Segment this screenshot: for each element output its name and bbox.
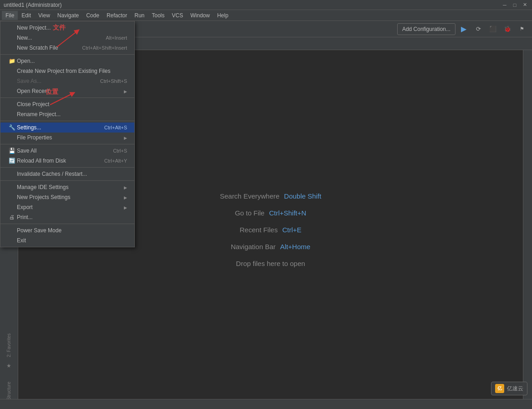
watermark-text: 亿速云: [507, 385, 523, 393]
menubar: File Edit View Navigate Code Refactor Ru…: [0, 10, 532, 21]
separator-6: [0, 180, 134, 181]
toolbar-btn-8[interactable]: ⚑: [516, 23, 528, 36]
hint-text-2: Go to File: [235, 209, 265, 217]
menu-new-projects-settings[interactable]: New Projects Settings: [0, 192, 134, 202]
hint-shortcut-3: Ctrl+E: [282, 226, 302, 234]
settings-icon: 🔧: [8, 124, 16, 131]
titlebar-title: untitled1 (Administrator): [4, 2, 61, 8]
menu-manage-ide-settings[interactable]: Manage IDE Settings: [0, 182, 134, 192]
save-all-shortcut: Ctrl+S: [113, 148, 127, 153]
hint-shortcut-2: Ctrl+Shift+N: [269, 209, 307, 217]
new-shortcut: Alt+Insert: [106, 35, 127, 41]
minimize-button[interactable]: ─: [501, 1, 508, 9]
menu-tools[interactable]: Tools: [148, 11, 168, 20]
hint-search-everywhere: Search Everywhere Double Shift: [220, 192, 322, 200]
titlebar: untitled1 (Administrator) ─ □ ✕: [0, 0, 532, 10]
file-props-arrow: [124, 134, 127, 141]
menu-exit[interactable]: Exit: [0, 235, 134, 245]
toolbar-btn-7[interactable]: 🐞: [501, 23, 514, 36]
menu-window[interactable]: Window: [187, 11, 214, 20]
sidebar-favorites-label[interactable]: 2: Favorites: [6, 330, 11, 361]
menu-code[interactable]: Code: [82, 11, 103, 20]
watermark: 亿 亿速云: [491, 382, 527, 395]
menu-navigate[interactable]: Navigate: [54, 11, 82, 20]
menu-print[interactable]: 🖨 Print...: [0, 212, 134, 222]
manage-ide-arrow: [124, 184, 127, 190]
menu-refactor[interactable]: Refactor: [103, 11, 131, 20]
menu-vcs[interactable]: VCS: [168, 11, 187, 20]
sidebar-right: [523, 50, 532, 409]
hint-text-4: Navigation Bar: [231, 243, 276, 251]
separator-5: [0, 167, 134, 168]
menu-rename-project[interactable]: Rename Project...: [0, 109, 134, 119]
menu-new-scratch-file[interactable]: New Scratch File Ctrl+Alt+Shift+Insert: [0, 43, 134, 53]
menu-file-properties[interactable]: File Properties: [0, 133, 134, 143]
toolbar-btn-6[interactable]: ⬛: [486, 23, 499, 36]
hint-drop-files: Drop files here to open: [236, 260, 305, 267]
new-projects-arrow: [124, 194, 127, 200]
menu-open[interactable]: 📁 Open...: [0, 56, 134, 66]
menu-invalidate-caches[interactable]: Invalidate Caches / Restart...: [0, 169, 134, 179]
menu-reload-from-disk[interactable]: 🔄 Reload All from Disk Ctrl+Alt+Y: [0, 156, 134, 166]
menu-file[interactable]: File: [2, 11, 18, 20]
watermark-logo: 亿: [495, 384, 504, 393]
hint-shortcut-4: Alt+Home: [280, 243, 310, 251]
menu-new[interactable]: New... Alt+Insert: [0, 33, 134, 43]
file-menu-dropdown: New Project... New... Alt+Insert New Scr…: [0, 21, 135, 247]
close-button[interactable]: ✕: [521, 1, 528, 9]
menu-edit[interactable]: Edit: [18, 11, 35, 20]
reload-shortcut: Ctrl+Alt+Y: [104, 158, 127, 164]
open-recent-arrow: [124, 88, 127, 94]
menu-create-from-existing[interactable]: Create New Project from Existing Files: [0, 66, 134, 76]
toolbar-btn-5[interactable]: ⟳: [472, 23, 485, 36]
scratch-shortcut: Ctrl+Alt+Shift+Insert: [82, 45, 127, 51]
menu-view[interactable]: View: [35, 11, 54, 20]
menu-power-save-mode[interactable]: Power Save Mode: [0, 225, 134, 235]
menu-run[interactable]: Run: [131, 11, 148, 20]
menu-close-project[interactable]: Close Project: [0, 99, 134, 109]
reload-icon: 🔄: [8, 158, 16, 164]
menu-open-recent[interactable]: Open Recent: [0, 86, 134, 96]
hint-shortcut-1: Double Shift: [284, 192, 322, 200]
export-arrow: [124, 204, 127, 210]
add-configuration-button[interactable]: Add Configuration...: [397, 23, 455, 35]
save-all-icon: 💾: [8, 148, 16, 154]
favorites-star-icon[interactable]: ★: [5, 361, 13, 371]
maximize-button[interactable]: □: [511, 1, 518, 9]
run-button[interactable]: ▶: [457, 23, 470, 36]
menu-save-as[interactable]: Save As... Ctrl+Shift+S: [0, 76, 134, 86]
menu-export[interactable]: Export: [0, 202, 134, 212]
open-icon: 📁: [8, 58, 16, 64]
menu-settings[interactable]: 🔧 Settings... Ctrl+Alt+S: [0, 123, 134, 133]
separator-3: [0, 121, 134, 121]
menu-save-all[interactable]: 💾 Save All Ctrl+S: [0, 146, 134, 156]
hint-text-5: Drop files here to open: [236, 260, 305, 267]
menu-help[interactable]: Help: [214, 11, 232, 20]
statusbar: [0, 399, 532, 409]
hint-recent-files: Recent Files Ctrl+E: [240, 226, 301, 234]
separator-7: [0, 224, 134, 224]
hint-text-3: Recent Files: [240, 226, 277, 234]
separator-2: [0, 97, 134, 98]
hint-goto-file: Go to File Ctrl+Shift+N: [235, 209, 307, 217]
hint-text-1: Search Everywhere: [220, 192, 280, 200]
hint-navigation-bar: Navigation Bar Alt+Home: [231, 243, 311, 251]
save-as-shortcut: Ctrl+Shift+S: [100, 78, 127, 84]
print-icon: 🖨: [8, 214, 16, 220]
settings-shortcut: Ctrl+Alt+S: [104, 125, 127, 130]
separator-4: [0, 144, 134, 144]
separator-1: [0, 54, 134, 55]
menu-new-project[interactable]: New Project...: [0, 23, 134, 33]
